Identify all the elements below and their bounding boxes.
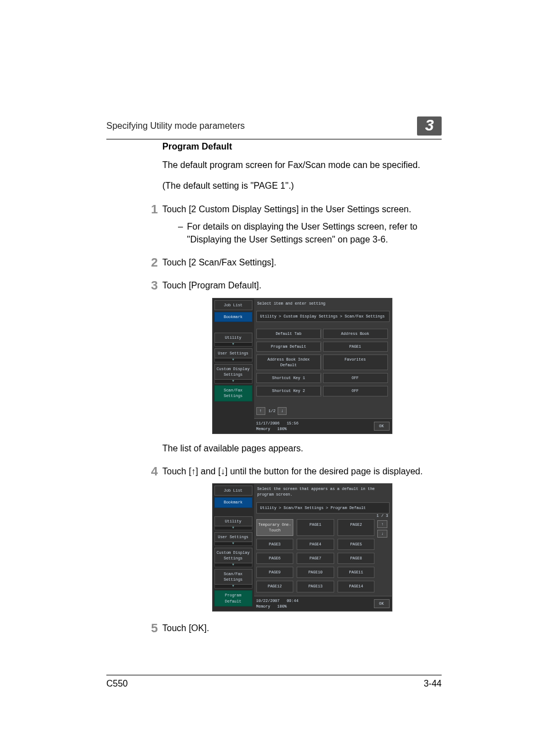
page-option-7[interactable]: PAGE7 [297,553,334,564]
ss2-date: 10/22/2007 [256,599,280,603]
ok-button[interactable]: OK [374,422,390,431]
ss1-row-value: OFF [323,386,388,396]
ss1-memory-value: 100% [277,427,287,431]
step-1: Touch [2 Custom Display Settings] in the… [162,203,442,246]
page-footer: C550 3-44 [106,675,442,689]
chapter-badge: 3 [417,116,442,136]
ss1-settings-list: Default Tab Address Book Program Default… [256,329,390,399]
ss1-pager: ↑ 1/2 ↓ [256,407,390,415]
ss1-tab-bookmark[interactable]: Bookmark [214,312,252,322]
page-option-11[interactable]: PAGE11 [338,567,375,578]
ss1-row-value: Favorites [323,354,388,370]
ss1-row-value: PAGE1 [323,342,388,352]
page-option-1[interactable]: PAGE1 [297,519,334,536]
page-option-10[interactable]: PAGE10 [297,567,334,578]
ss2-tab-utility[interactable]: Utility [214,516,252,526]
ss2-sidebar: Job List Bookmark Utility ▼ User Setting… [213,484,254,611]
step-5-text: Touch [OK]. [162,623,209,633]
page-option-temporary[interactable]: Temporary One-Touch [256,519,294,536]
section-heading: Program Default [162,140,442,153]
ss1-memory-label: Memory [256,427,270,431]
ss1-sidebar: Job List Bookmark Utility ▼ User Setting… [213,298,254,433]
ss1-row-label: Shortcut Key 2 [256,386,321,396]
ss2-instruction: Select the screen that appears as a defa… [254,484,392,500]
ss2-status-bar: 10/22/2007 09:44 Memory 100% OK [254,596,392,611]
ss2-tab-job-list[interactable]: Job List [214,486,252,496]
ss1-row-default-tab[interactable]: Default Tab Address Book [256,329,390,339]
ss2-page-indicator: 1 / 3 [376,513,388,519]
step-3-text: Touch [Program Default]. [162,281,261,290]
step-3-after: The list of available pages appears. [162,442,442,455]
page-option-8[interactable]: PAGE8 [338,553,375,564]
page-option-3[interactable]: PAGE3 [256,539,294,550]
page-option-9[interactable]: PAGE9 [256,567,294,578]
ss1-row-label: Program Default [256,342,321,352]
step-1-subnote: For details on displaying the User Setti… [178,220,442,246]
page-option-2[interactable]: PAGE2 [338,519,375,536]
page-option-5[interactable]: PAGE5 [338,539,375,550]
chevron-down-icon: ▼ [214,526,252,530]
ss1-status-bar: 11/17/2006 15:56 Memory 100% OK [254,418,392,433]
ss2-tab-bookmark[interactable]: Bookmark [214,497,252,507]
ss2-tab-scan-fax[interactable]: Scan/Fax Settings [214,569,252,585]
step-4-text-part3: ] until the button for the desired page … [225,466,423,476]
down-arrow-icon: ↓ [221,466,225,476]
ss1-tab-scan-fax[interactable]: Scan/Fax Settings [214,385,252,401]
ss1-row-shortcut-1[interactable]: Shortcut Key 1 OFF [256,373,390,383]
ss1-row-value: OFF [323,373,388,383]
chevron-down-icon: ▼ [214,380,252,384]
ss2-tab-custom-display[interactable]: Custom Display Settings [214,548,252,563]
ss1-row-value: Address Book [323,329,388,339]
page-up-button[interactable]: ↑ [377,520,387,528]
ss2-memory-value: 100% [277,604,287,609]
ss1-row-shortcut-2[interactable]: Shortcut Key 2 OFF [256,386,390,396]
page-down-button[interactable]: ↓ [278,407,287,415]
page-option-12[interactable]: PAGE12 [256,581,294,592]
step-2-text: Touch [2 Scan/Fax Settings]. [162,258,277,267]
step-1-text: Touch [2 Custom Display Settings] in the… [162,204,411,214]
ss2-memory-label: Memory [256,604,270,609]
intro-paragraph-1: The default program screen for Fax/Scan … [162,158,442,171]
ss1-tab-job-list[interactable]: Job List [214,300,252,310]
screenshot-scan-fax-settings: Job List Bookmark Utility ▼ User Setting… [212,298,392,434]
ss1-page-indicator: 1/2 [269,408,276,414]
page-option-13[interactable]: PAGE13 [297,581,334,592]
page-down-button[interactable]: ↓ [377,530,387,538]
ss1-row-label: Address Book Index Default [256,354,321,370]
ss2-breadcrumb: Utility > Scan/Fax Settings > Program De… [256,502,390,514]
ss2-tab-user-settings[interactable]: User Settings [214,532,252,542]
step-2: Touch [2 Scan/Fax Settings]. [162,256,442,269]
page-up-button[interactable]: ↑ [256,407,265,415]
screenshot-program-default: Job List Bookmark Utility ▼ User Setting… [212,483,392,612]
ss1-date: 11/17/2006 [256,421,280,426]
chevron-down-icon: ▼ [214,585,252,589]
step-4-text-part1: Touch [ [162,466,191,476]
ss1-row-label: Shortcut Key 1 [256,373,321,383]
footer-page-number: 3-44 [424,679,442,689]
intro-paragraph-2: (The default setting is "PAGE 1".) [162,179,442,192]
ss1-breadcrumb: Utility > Custom Display Settings > Scan… [256,311,390,322]
ss1-tab-utility[interactable]: Utility [214,333,252,343]
ss1-tab-user-settings[interactable]: User Settings [214,348,252,358]
page-option-6[interactable]: PAGE6 [256,553,294,564]
page-option-14[interactable]: PAGE14 [338,581,375,592]
footer-model: C550 [106,679,128,689]
page-option-4[interactable]: PAGE4 [297,539,334,550]
ss2-tab-program-default[interactable]: Program Default [214,590,252,606]
ss1-row-address-book-index[interactable]: Address Book Index Default Favorites [256,354,390,370]
step-3: Touch [Program Default]. Job List Bookma… [162,279,442,455]
ss2-page-grid: Temporary One-Touch PAGE1 PAGE2 PAGE3 PA… [256,519,375,592]
ss2-side-pager: 1 / 3 ↑ ↓ [376,513,388,538]
chevron-down-icon: ▼ [214,563,252,567]
chevron-down-icon: ▼ [214,343,252,347]
ss1-tab-custom-display[interactable]: Custom Display Settings [214,364,252,380]
chevron-down-icon: ▼ [214,358,252,362]
ok-button[interactable]: OK [374,599,390,608]
chevron-down-icon: ▼ [214,542,252,546]
ss1-row-program-default[interactable]: Program Default PAGE1 [256,342,390,352]
running-title: Specifying Utility mode parameters [106,116,245,131]
step-4-text-part2: ] and [ [196,466,221,476]
ss2-time: 09:44 [287,599,298,603]
step-4: Touch [↑] and [↓] until the button for t… [162,465,442,612]
ss1-time: 15:56 [287,421,298,426]
